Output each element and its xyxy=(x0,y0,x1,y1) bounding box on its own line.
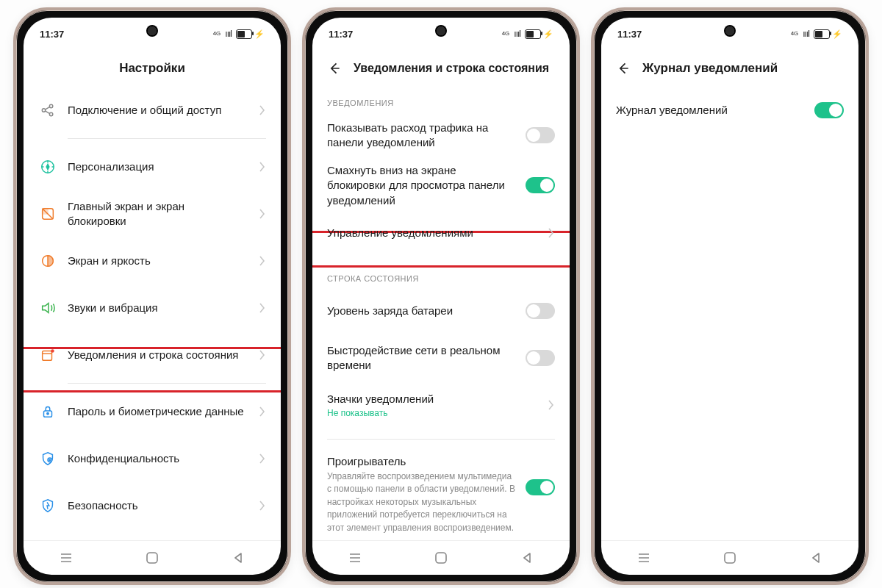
row-show-traffic[interactable]: Показывать расход трафика на панели увед… xyxy=(327,112,555,159)
row-label: Главный экран и экран блокировки xyxy=(68,199,248,229)
navigation-bar xyxy=(601,540,858,575)
row-label: Конфиденциальность xyxy=(68,451,248,466)
svg-rect-15 xyxy=(436,553,446,563)
camera-notch xyxy=(146,25,158,37)
chevron-right-icon xyxy=(259,501,266,511)
settings-row-location[interactable]: Местоположение xyxy=(38,529,266,541)
back-button[interactable] xyxy=(614,60,632,77)
nav-home[interactable] xyxy=(721,549,739,567)
camera-notch xyxy=(435,25,447,37)
lock-icon xyxy=(38,402,57,421)
row-player[interactable]: Проигрыватель Управляйте воспроизведение… xyxy=(327,444,555,539)
sound-icon xyxy=(38,298,57,318)
page-title-text: Настройки xyxy=(119,61,185,76)
svg-rect-14 xyxy=(147,553,157,563)
nav-recents[interactable] xyxy=(346,549,364,567)
chevron-right-icon xyxy=(548,400,555,410)
row-label: Уровень заряда батареи xyxy=(327,304,515,318)
battery-icon: ⚡ xyxy=(814,29,842,39)
back-button[interactable] xyxy=(326,60,343,77)
net-type-label: 4G xyxy=(213,31,221,37)
net-type-label: 4G xyxy=(502,31,510,37)
row-label: Показывать расход трафика на панели увед… xyxy=(327,121,515,151)
row-label: Управление уведомлениями xyxy=(327,226,537,240)
chevron-right-icon xyxy=(259,303,266,313)
nav-back[interactable] xyxy=(518,549,536,567)
signal-icon: ıııl xyxy=(225,29,232,39)
section-notifications: УВЕДОМЛЕНИЯ xyxy=(327,87,555,112)
nav-recents[interactable] xyxy=(635,549,653,567)
battery-icon: ⚡ xyxy=(525,29,553,39)
svg-rect-7 xyxy=(43,351,52,361)
toggle-switch[interactable] xyxy=(526,303,555,319)
nav-home[interactable] xyxy=(143,549,161,567)
privacy-icon xyxy=(38,449,57,468)
svg-point-12 xyxy=(49,459,51,461)
row-label: Быстродействие сети в реальном времени xyxy=(327,343,515,373)
net-type-label: 4G xyxy=(791,31,799,37)
page-header: Уведомления и строка состояния xyxy=(312,50,570,87)
row-label: Журнал уведомлений xyxy=(616,103,804,118)
settings-row-biometrics[interactable]: Пароль и биометрические данные xyxy=(38,388,266,435)
row-label: Экран и яркость xyxy=(68,254,248,268)
row-battery-level[interactable]: Уровень заряда батареи xyxy=(327,287,555,334)
navigation-bar xyxy=(24,540,281,575)
settings-row-sound[interactable]: Звуки и вибрация xyxy=(38,284,266,331)
nav-home[interactable] xyxy=(432,549,450,567)
clock: 11:37 xyxy=(40,29,64,40)
settings-row-privacy[interactable]: Конфиденциальность xyxy=(38,435,266,482)
row-notif-icons[interactable]: Значки уведомлений Не показывать xyxy=(327,381,555,429)
signal-icon: ıııl xyxy=(803,29,809,39)
settings-row-notifications[interactable]: Уведомления и строка состояния xyxy=(38,331,266,379)
signal-icon: ıııl xyxy=(514,29,520,39)
row-notification-log[interactable]: Журнал уведомлений xyxy=(616,87,844,134)
home-icon xyxy=(38,204,57,223)
page-title-text: Уведомления и строка состояния xyxy=(354,62,549,75)
row-label: Безопасность xyxy=(68,498,248,513)
chevron-right-icon xyxy=(259,209,266,219)
settings-row-personalization[interactable]: Персонализация xyxy=(38,143,266,190)
brightness-icon xyxy=(38,251,57,270)
nav-recents[interactable] xyxy=(57,549,75,567)
notification-icon xyxy=(38,345,57,365)
settings-row-security[interactable]: Безопасность xyxy=(38,482,266,529)
toggle-switch[interactable] xyxy=(526,479,555,495)
toggle-switch[interactable] xyxy=(814,102,844,118)
row-description: Управляйте воспроизведением мультимедиа … xyxy=(327,470,515,534)
row-value: Не показывать xyxy=(327,408,537,418)
page-title-text: Журнал уведомлений xyxy=(642,61,778,76)
settings-row-home[interactable]: Главный экран и экран блокировки xyxy=(38,190,266,237)
chevron-right-icon xyxy=(259,162,266,172)
chevron-right-icon xyxy=(259,256,266,266)
toggle-switch[interactable] xyxy=(526,127,555,143)
svg-point-8 xyxy=(51,349,54,353)
share-icon xyxy=(38,101,57,120)
navigation-bar xyxy=(312,540,570,575)
row-label: Подключение и общий доступ xyxy=(68,103,248,118)
page-title: Настройки xyxy=(24,50,281,87)
settings-row-connection[interactable]: Подключение и общий доступ xyxy=(38,87,266,134)
battery-icon: ⚡ xyxy=(236,29,265,39)
chevron-right-icon xyxy=(259,105,266,115)
nav-back[interactable] xyxy=(807,549,825,567)
clock: 11:37 xyxy=(329,29,353,40)
settings-row-display[interactable]: Экран и яркость xyxy=(38,237,266,284)
chevron-right-icon xyxy=(259,453,266,464)
row-net-speed[interactable]: Быстродействие сети в реальном времени xyxy=(327,334,555,381)
svg-rect-16 xyxy=(725,553,735,563)
nav-back[interactable] xyxy=(229,549,247,567)
row-label: Проигрыватель xyxy=(327,454,515,469)
toggle-switch[interactable] xyxy=(526,350,555,366)
row-swipe-lockscreen[interactable]: Смахнуть вниз на экране блокировки для п… xyxy=(327,159,555,212)
svg-point-10 xyxy=(47,413,49,415)
shield-icon xyxy=(38,496,57,515)
chevron-right-icon xyxy=(259,350,266,360)
camera-notch xyxy=(724,25,736,37)
chevron-right-icon xyxy=(548,228,555,238)
compass-icon xyxy=(38,157,57,176)
toggle-switch[interactable] xyxy=(526,177,555,193)
row-manage-notifications[interactable]: Управление уведомлениями xyxy=(327,212,555,254)
row-label: Смахнуть вниз на экране блокировки для п… xyxy=(327,163,515,208)
clock: 11:37 xyxy=(617,29,642,40)
row-label: Значки уведомлений xyxy=(327,392,537,406)
